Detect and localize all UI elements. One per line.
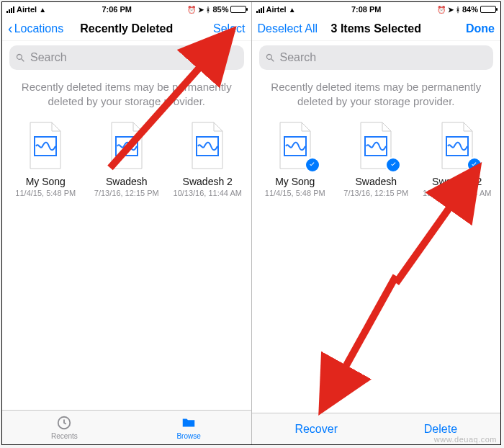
page-title: 3 Items Selected (323, 22, 431, 35)
search-input[interactable]: Search (259, 45, 494, 70)
file-item[interactable]: Swadesh 7/13/16, 12:15 PM (340, 121, 412, 197)
file-name: Swadesh (91, 176, 163, 187)
wifi-icon: ▲ (289, 6, 296, 14)
warning-text: Recently deleted items may be permanentl… (2, 74, 251, 120)
file-grid: My Song 11/4/15, 5:48 PM Swadesh 7/13/16… (252, 120, 501, 197)
status-bar: Airtel ▲ 7:08 PM ⏰ ➤ ᚼ 84% (252, 2, 501, 17)
audio-file-icon (433, 121, 481, 171)
clock-label: 7:06 PM (102, 5, 132, 14)
file-item[interactable]: Swadesh 2 10/13/16, 11:44 AM (171, 121, 243, 197)
status-right: ⏰ ➤ ᚼ 85% (187, 5, 246, 14)
alarm-icon: ⏰ (437, 6, 446, 14)
battery-pct-label: 85% (212, 5, 228, 14)
file-item[interactable]: My Song 11/4/15, 5:48 PM (9, 121, 81, 197)
file-date: 11/4/15, 5:48 PM (259, 189, 331, 197)
file-item[interactable]: Swadesh 7/13/16, 12:15 PM (91, 121, 163, 197)
file-name: Swadesh 2 (171, 176, 243, 187)
tab-recents[interactable]: Recents (2, 411, 127, 444)
search-placeholder: Search (280, 51, 317, 64)
tab-browse[interactable]: Browse (127, 411, 251, 444)
watermark-text: www.deuaq.com (434, 435, 497, 444)
delete-button[interactable]: Delete (424, 423, 457, 436)
nav-bar: ‹ Locations Recently Deleted Select (2, 17, 251, 41)
recover-button[interactable]: Recover (294, 423, 338, 436)
file-name: My Song (259, 176, 331, 187)
carrier-label: Airtel (266, 5, 287, 14)
side-by-side-wrapper: Airtel ▲ 7:06 PM ⏰ ➤ ᚼ 85% ‹ Locations R… (1, 1, 501, 445)
status-left: Airtel ▲ (256, 5, 296, 14)
tab-label: Recents (51, 432, 78, 440)
search-input[interactable]: Search (9, 45, 244, 70)
location-icon: ➤ (198, 6, 204, 14)
file-date: 7/13/16, 12:15 PM (340, 189, 412, 197)
selected-check-icon (467, 157, 482, 173)
bluetooth-icon: ᚼ (206, 6, 210, 14)
file-name: Swadesh (340, 176, 412, 187)
file-item[interactable]: Swadesh 2 10/13/16, 11:44 AM (421, 121, 493, 197)
signal-bars-icon (6, 6, 14, 13)
audio-file-icon (184, 121, 231, 171)
file-name: Swadesh 2 (421, 176, 493, 187)
carrier-label: Airtel (17, 5, 37, 14)
battery-pct-label: 84% (462, 5, 478, 14)
battery-icon (230, 6, 246, 13)
tab-bar: Recents Browse (2, 410, 251, 444)
file-date: 10/13/16, 11:44 AM (171, 189, 243, 197)
selected-check-icon (385, 157, 401, 173)
search-placeholder: Search (30, 51, 67, 64)
back-button[interactable]: ‹ Locations (8, 22, 73, 35)
page-title: Recently Deleted (73, 22, 181, 35)
file-date: 11/4/15, 5:48 PM (9, 189, 81, 197)
file-name: My Song (9, 176, 81, 187)
nav-bar: Deselect All 3 Items Selected Done (252, 17, 501, 41)
done-button[interactable]: Done (430, 22, 495, 35)
file-date: 7/13/16, 12:15 PM (91, 189, 163, 197)
selected-check-icon (305, 157, 320, 173)
screenshot-left: Airtel ▲ 7:06 PM ⏰ ➤ ᚼ 85% ‹ Locations R… (2, 2, 252, 444)
chevron-left-icon: ‹ (8, 21, 13, 35)
clock-label: 7:08 PM (351, 5, 382, 14)
back-label: Locations (14, 22, 64, 35)
audio-file-icon (271, 121, 319, 171)
folder-icon (180, 415, 197, 431)
battery-icon (480, 6, 496, 13)
file-item[interactable]: My Song 11/4/15, 5:48 PM (259, 121, 331, 197)
tab-label: Browse (176, 432, 200, 440)
status-right: ⏰ ➤ ᚼ 84% (437, 5, 496, 14)
spacer (252, 197, 501, 413)
audio-file-icon (352, 121, 400, 171)
file-date: 10/13/16, 11:44 AM (421, 189, 493, 197)
audio-file-icon (22, 121, 69, 171)
spacer (2, 197, 251, 411)
wifi-icon: ▲ (39, 6, 46, 14)
status-bar: Airtel ▲ 7:06 PM ⏰ ➤ ᚼ 85% (2, 2, 251, 17)
deselect-all-button[interactable]: Deselect All (258, 22, 323, 35)
status-left: Airtel ▲ (6, 5, 46, 14)
screenshot-right: Airtel ▲ 7:08 PM ⏰ ➤ ᚼ 84% Deselect All … (252, 2, 501, 444)
file-grid: My Song 11/4/15, 5:48 PM Swadesh 7/13/16… (2, 120, 251, 197)
alarm-icon: ⏰ (187, 6, 196, 14)
signal-bars-icon (256, 6, 264, 13)
clock-icon (55, 415, 73, 431)
warning-text: Recently deleted items may be permanentl… (252, 74, 501, 120)
bluetooth-icon: ᚼ (456, 6, 460, 14)
search-icon (15, 53, 26, 63)
select-button[interactable]: Select (181, 22, 246, 35)
location-icon: ➤ (448, 6, 454, 14)
search-icon (265, 53, 276, 63)
audio-file-icon (103, 121, 150, 171)
deselect-label: Deselect All (258, 22, 318, 35)
